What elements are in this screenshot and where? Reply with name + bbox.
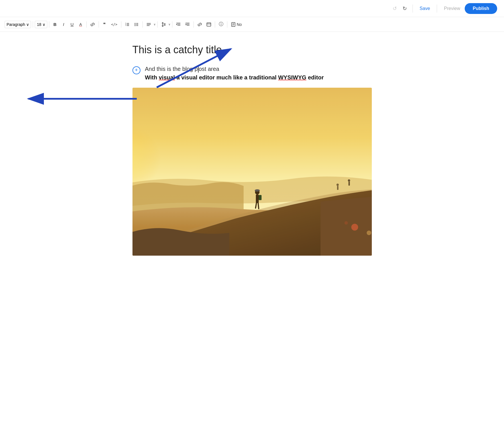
font-size-value: 18 <box>37 22 41 27</box>
outdent-icon <box>176 22 181 27</box>
bold-button[interactable]: B <box>51 20 59 28</box>
top-bar-actions: ↺ ↻ Save Preview Publish <box>390 3 497 14</box>
tb-divider-1 <box>33 21 33 28</box>
bullet-list-button[interactable] <box>132 20 141 28</box>
undo-button[interactable]: ↺ <box>390 4 399 13</box>
editor-area: This is a catchy title + And this is the… <box>115 32 389 267</box>
add-block-button[interactable]: + <box>132 66 140 74</box>
embed-icon <box>207 22 211 27</box>
quote-button[interactable]: ❝ <box>101 20 109 28</box>
desert-svg <box>132 88 372 256</box>
svg-point-7 <box>134 24 135 25</box>
tb-divider-5 <box>121 21 121 28</box>
outdent-button[interactable] <box>174 20 183 28</box>
save-button[interactable]: Save <box>416 4 433 13</box>
line2-wysiwyg: WYSIWYG <box>278 74 306 81</box>
svg-text:3: 3 <box>125 24 126 26</box>
hyperlink-icon <box>197 22 202 27</box>
tb-divider-7 <box>157 21 158 28</box>
blog-text-before-cursor: And this is the blog p <box>145 66 198 72</box>
tb-divider-2 <box>49 21 49 28</box>
underline-button[interactable]: U <box>68 20 76 28</box>
editor-block: + And this is the blog post area With vi… <box>132 66 372 81</box>
line-height-button[interactable] <box>159 20 168 28</box>
tb-divider-3 <box>86 21 87 28</box>
tb-divider-6 <box>142 21 143 28</box>
align-chevron: ∨ <box>154 23 156 26</box>
tb-divider-11 <box>227 21 227 28</box>
tb-divider-4 <box>99 21 99 28</box>
paragraph-chevron: ∨ <box>26 22 29 27</box>
formatting-toolbar: Paragraph ∨ 18 ∨ B I U A ❝ </> 1 2 3 <box>0 17 504 32</box>
code-button[interactable]: </> <box>109 20 119 28</box>
publish-button[interactable]: Publish <box>465 3 497 14</box>
line-height-chevron: ∨ <box>168 23 170 26</box>
top-bar: ↺ ↻ Save Preview Publish <box>0 0 504 17</box>
undo-icon: ↺ <box>393 5 397 12</box>
divider-1 <box>413 5 413 13</box>
svg-point-8 <box>134 25 135 26</box>
paragraph-label: Paragraph <box>7 22 25 27</box>
svg-point-48 <box>351 224 358 231</box>
indent-icon <box>185 22 190 27</box>
svg-point-6 <box>134 23 135 24</box>
hyperlink-button[interactable] <box>195 20 204 28</box>
font-color-button[interactable]: A <box>77 20 85 28</box>
blog-text-line1: And this is the blog post area <box>145 66 372 73</box>
line2-middle: a visual editor much like a traditional <box>175 74 278 81</box>
line2-visual: visual <box>159 74 175 81</box>
tb-divider-10 <box>215 21 215 28</box>
blog-text-line2: With visual a visual editor much like a … <box>145 74 372 81</box>
editor-wrapper: This is a catchy title + And this is the… <box>0 32 504 267</box>
block-content[interactable]: And this is the blog post area With visu… <box>145 66 372 81</box>
svg-rect-25 <box>207 23 211 26</box>
link-icon <box>90 22 95 27</box>
tb-divider-8 <box>172 21 172 28</box>
font-size-chevron: ∨ <box>42 22 45 27</box>
redo-icon: ↻ <box>403 5 407 12</box>
preview-button[interactable]: Preview <box>440 4 464 13</box>
line2-prefix: With <box>145 74 159 81</box>
tb-divider-9 <box>193 21 194 28</box>
divider-2 <box>437 5 437 13</box>
line-height-icon <box>161 22 166 27</box>
paragraph-select[interactable]: Paragraph ∨ <box>5 21 31 28</box>
font-size-select[interactable]: 18 ∨ <box>35 21 47 28</box>
note-icon <box>231 22 236 27</box>
indent-button[interactable] <box>183 20 192 28</box>
align-button[interactable] <box>144 20 153 28</box>
info-button[interactable]: ⓘ <box>217 20 225 28</box>
add-block-icon: + <box>135 67 138 73</box>
link-button[interactable] <box>88 20 97 28</box>
redo-button[interactable]: ↻ <box>400 4 409 13</box>
svg-point-49 <box>367 231 371 235</box>
blog-text-after-cursor: ost area <box>199 66 219 72</box>
desert-scene <box>132 88 372 256</box>
svg-point-50 <box>344 221 348 225</box>
embed-button[interactable] <box>205 20 213 28</box>
line2-suffix: editor <box>306 74 324 81</box>
note-label: No <box>237 22 242 27</box>
post-title[interactable]: This is a catchy title <box>132 43 372 57</box>
bullet-list-icon <box>134 22 139 27</box>
svg-rect-47 <box>132 88 372 256</box>
ordered-list-button[interactable]: 1 2 3 <box>123 20 132 28</box>
align-icon <box>146 22 151 27</box>
ordered-list-icon: 1 2 3 <box>125 22 130 27</box>
note-button[interactable]: No <box>229 20 244 28</box>
editor-image <box>132 88 372 256</box>
italic-button[interactable]: I <box>60 20 68 28</box>
